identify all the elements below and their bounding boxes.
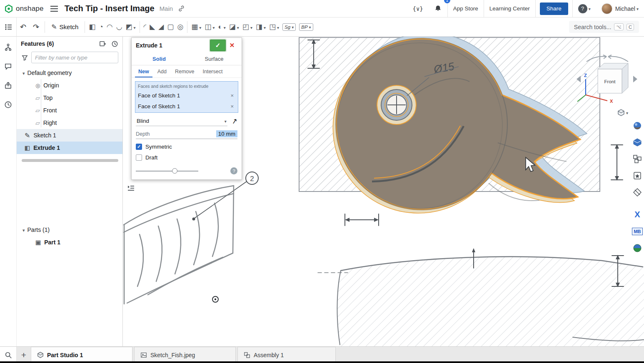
notifications-button[interactable]: 1 xyxy=(429,0,447,17)
slider-handle[interactable] xyxy=(172,168,177,174)
tree-item-sketch-1[interactable]: Sketch 1 xyxy=(17,129,122,142)
confirm-button[interactable] xyxy=(210,40,226,51)
tool-draft-icon[interactable]: ◢ xyxy=(157,20,165,34)
tool-revolve-icon[interactable]: ◔ xyxy=(97,20,105,34)
dialog-header[interactable]: Extrude 1 xyxy=(132,38,242,53)
filter-input[interactable] xyxy=(31,52,118,63)
tool-transform-icon[interactable]: ◰ xyxy=(241,20,254,34)
tool-extrude-icon[interactable]: ◧ xyxy=(87,20,97,34)
tree-item-front-plane[interactable]: Front xyxy=(17,104,122,117)
horizontal-scrollbar[interactable] xyxy=(22,159,118,162)
rollback-history-icon[interactable] xyxy=(111,40,118,47)
symmetric-checkbox[interactable]: Symmetric xyxy=(136,144,237,150)
user-menu[interactable]: Michael xyxy=(596,0,644,17)
rotate-arrows[interactable] xyxy=(587,55,628,62)
tab-solid[interactable]: Solid xyxy=(132,53,187,65)
opacity-slider[interactable] xyxy=(136,171,198,172)
tree-item-top-plane[interactable]: Top xyxy=(17,92,122,104)
tool-hole-icon[interactable]: ◎ xyxy=(175,20,185,34)
onshape-logo[interactable]: onshape xyxy=(4,4,44,13)
menu-icon[interactable] xyxy=(50,8,58,9)
view-cube[interactable]: Front Z X xyxy=(574,53,640,107)
selection-item[interactable]: Face of Sketch 1 × xyxy=(138,101,235,112)
search-tools-button[interactable]: Search tools... ⌥ C xyxy=(569,21,639,33)
history-icon[interactable] xyxy=(4,100,13,109)
tool-linear-pattern-icon[interactable]: ▦ xyxy=(190,20,203,34)
xometry-app-icon[interactable]: X xyxy=(632,209,643,220)
dialog-help-icon[interactable]: ? xyxy=(230,167,237,174)
flip-direction-button[interactable]: ↗ xyxy=(231,116,238,126)
tab-assembly-1[interactable]: Assembly 1 xyxy=(237,347,336,363)
tree-group-parts[interactable]: Parts (1) xyxy=(17,224,122,236)
undo-button[interactable] xyxy=(17,21,30,33)
isometric-view-icon[interactable] xyxy=(632,137,643,148)
tree-item-origin[interactable]: Origin xyxy=(17,79,122,92)
tool-fillet-icon[interactable]: ◜ xyxy=(142,20,148,34)
cancel-button[interactable] xyxy=(226,40,238,51)
checkbox-unchecked-icon[interactable] xyxy=(136,154,142,161)
rotate-right-arrow[interactable] xyxy=(633,76,637,82)
document-title[interactable]: Tech Tip - Insert Image xyxy=(65,4,155,13)
filter-funnel-icon[interactable] xyxy=(22,55,28,61)
selection-item[interactable]: Face of Sketch 1 × xyxy=(138,90,235,101)
create-version-icon[interactable] xyxy=(4,42,13,52)
mode-add[interactable]: Add xyxy=(154,65,170,77)
exploded-view-icon[interactable] xyxy=(632,153,643,164)
sheet-metal-group-button[interactable]: Sg xyxy=(282,23,296,31)
draft-checkbox[interactable]: Draft xyxy=(136,154,237,161)
mode-remove[interactable]: Remove xyxy=(172,65,198,77)
front-face-label[interactable]: Front xyxy=(604,79,616,84)
tab-surface[interactable]: Surface xyxy=(187,53,242,65)
end-condition-select[interactable]: Blind xyxy=(136,116,227,126)
featurescript-icon[interactable]: {∨} xyxy=(407,0,428,17)
export-icon[interactable] xyxy=(4,81,13,90)
selection-box[interactable]: Faces and sketch regions to extrude Face… xyxy=(135,81,238,113)
mode-intersect[interactable]: Intersect xyxy=(200,65,226,77)
share-button[interactable]: Share xyxy=(540,2,568,15)
tool-sweep-icon[interactable]: ◠ xyxy=(105,20,115,34)
appearance-icon[interactable] xyxy=(632,120,643,131)
section-view-icon[interactable] xyxy=(632,186,643,198)
learning-center-link[interactable]: Learning Center xyxy=(484,0,535,17)
tree-item-part-1[interactable]: Part 1 xyxy=(17,236,122,249)
link-icon[interactable] xyxy=(178,5,185,12)
tab-part-studio-1[interactable]: Part Studio 1 xyxy=(31,347,132,363)
bp-group-button[interactable]: BP xyxy=(299,23,313,31)
mode-new[interactable]: New xyxy=(135,65,152,77)
feature-list-toggle[interactable] xyxy=(0,17,17,36)
tab-sketch-fish-jpeg[interactable]: Sketch_Fish.jpeg xyxy=(134,347,236,363)
add-tab-button[interactable]: + xyxy=(17,347,31,363)
tool-curves-icon[interactable]: ◳ xyxy=(267,20,281,34)
tool-chamfer-icon[interactable]: ◣ xyxy=(148,20,157,34)
tool-surface-icon[interactable]: ◨ xyxy=(254,20,267,34)
tab-search-cell[interactable] xyxy=(0,347,17,363)
rotate-left-arrow[interactable] xyxy=(577,76,581,82)
checkbox-checked-icon[interactable] xyxy=(136,144,142,150)
redo-button[interactable] xyxy=(30,21,42,33)
depth-field[interactable]: Depth 10 mm xyxy=(136,130,237,139)
tree-group-default-geometry[interactable]: Default geometry xyxy=(17,67,122,79)
tool-split-icon[interactable]: ◪ xyxy=(227,20,241,34)
help-menu[interactable]: ? xyxy=(573,0,596,17)
tool-loft-icon[interactable]: ◡ xyxy=(115,20,124,34)
remove-selection-icon[interactable]: × xyxy=(229,92,235,99)
named-views-icon[interactable] xyxy=(632,170,643,181)
mb-app-icon[interactable]: MB xyxy=(632,226,643,237)
tree-item-extrude-1[interactable]: Extrude 1 xyxy=(17,142,122,154)
tool-mirror-icon[interactable]: ◫ xyxy=(203,20,216,34)
tool-shell-icon[interactable]: ▢ xyxy=(165,20,175,34)
tree-item-right-plane[interactable]: Right xyxy=(17,117,122,129)
cube-faces[interactable]: Front xyxy=(598,63,628,93)
comments-icon[interactable] xyxy=(4,62,13,71)
branch-label[interactable]: Main xyxy=(160,5,173,12)
sketch-button[interactable]: Sketch xyxy=(47,21,82,32)
remove-selection-icon[interactable]: × xyxy=(229,103,235,109)
depth-value[interactable]: 10 mm xyxy=(216,130,237,137)
tool-boolean-icon[interactable]: ◐ xyxy=(216,20,227,34)
tool-thicken-icon[interactable]: ◩ xyxy=(124,20,137,34)
globe-app-icon[interactable] xyxy=(632,242,643,254)
insert-folder-icon[interactable] xyxy=(99,40,106,47)
app-store-link[interactable]: App Store xyxy=(448,0,484,17)
fish-eye[interactable] xyxy=(377,85,416,124)
feature-list-collapse-icon[interactable] xyxy=(126,184,135,193)
